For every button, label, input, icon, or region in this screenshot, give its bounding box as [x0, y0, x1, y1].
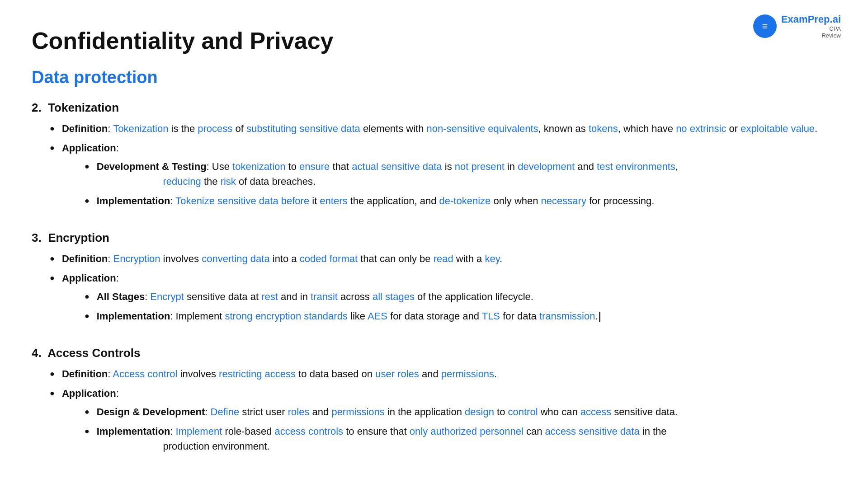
section-3-bullets: Definition: Encryption involves converti… — [32, 251, 836, 328]
logo-brand-black: Exam — [781, 14, 808, 25]
section-4-bullets: Definition: Access control involves rest… — [32, 366, 836, 458]
tokenization-implementation: Implementation: Tokenize sensitive data … — [85, 193, 678, 208]
section-4-heading: 4. Access Controls — [32, 346, 836, 360]
logo-subtitle: CPAReview — [781, 25, 841, 39]
encryption-definition: Definition: Encryption involves converti… — [50, 251, 836, 266]
encryption-all-stages: All Stages: Encrypt sensitive data at re… — [85, 289, 600, 304]
section-access-controls: 4. Access Controls Definition: Access co… — [32, 346, 836, 458]
logo-text: ExamPrep.ai CPAReview — [781, 14, 841, 39]
encryption-implementation: Implementation: Implement strong encrypt… — [85, 309, 600, 324]
encryption-application: Application: All Stages: Encrypt sensiti… — [50, 271, 836, 328]
tokenization-sub-bullets: Development & Testing: Use tokenization … — [62, 159, 678, 208]
section-title: Data protection — [32, 68, 836, 87]
page-title: Confidentiality and Privacy — [32, 27, 836, 54]
header-logo: ≡ ExamPrep.ai CPAReview — [753, 14, 841, 39]
encryption-sub-bullets: All Stages: Encrypt sensitive data at re… — [62, 289, 600, 324]
logo-brand-blue: Prep.ai — [808, 14, 841, 25]
access-implementation: Implementation: Implement role-based acc… — [85, 424, 678, 454]
application-label-3: Application — [62, 388, 116, 399]
definition-text: : Tokenization is the process of substit… — [108, 123, 817, 134]
access-application: Application: Design & Development: Defin… — [50, 386, 836, 458]
access-sub-bullets: Design & Development: Define strict user… — [62, 404, 678, 454]
definition-label-2: Definition — [62, 253, 108, 264]
access-definition: Definition: Access control involves rest… — [50, 366, 836, 381]
section-tokenization: 2. Tokenization Definition: Tokenization… — [32, 101, 836, 213]
logo-icon: ≡ — [753, 14, 777, 38]
logo-brand: ExamPrep.ai — [781, 14, 841, 25]
content-area: 2. Tokenization Definition: Tokenization… — [32, 101, 836, 458]
section-2-heading: 2. Tokenization — [32, 101, 836, 115]
tokenization-application: Application: Development & Testing: Use … — [50, 141, 836, 213]
section-2-bullets: Definition: Tokenization is the process … — [32, 121, 836, 213]
section-3-heading: 3. Encryption — [32, 231, 836, 245]
definition-label: Definition — [62, 123, 108, 134]
tokenization-definition: Definition: Tokenization is the process … — [50, 121, 836, 136]
section-encryption: 3. Encryption Definition: Encryption inv… — [32, 231, 836, 328]
access-design-dev: Design & Development: Define strict user… — [85, 404, 678, 419]
tokenization-dev-testing: Development & Testing: Use tokenization … — [85, 159, 678, 189]
definition-label-3: Definition — [62, 368, 108, 380]
application-label-2: Application — [62, 272, 116, 284]
application-label: Application — [62, 142, 116, 154]
